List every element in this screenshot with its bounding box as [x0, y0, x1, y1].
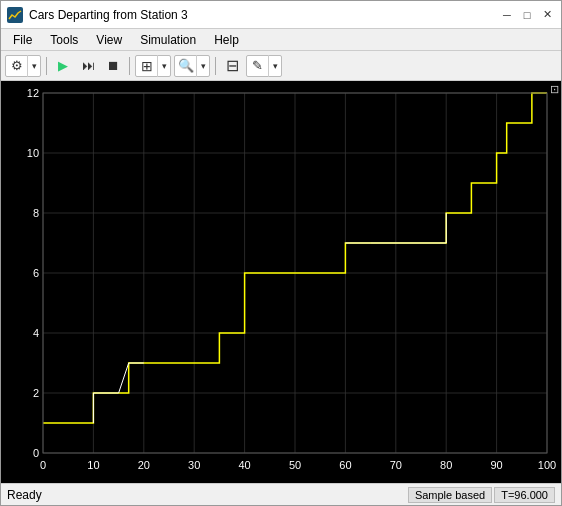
insert-group: ✎ ▾	[246, 55, 282, 77]
main-window: Cars Departing from Station 3 ─ □ ✕ File…	[0, 0, 562, 506]
expand-button[interactable]: ⊡	[550, 83, 559, 96]
step-button[interactable]: ⏭	[77, 55, 99, 77]
status-right: Sample based T=96.000	[408, 487, 555, 503]
insert-button[interactable]: ✎	[247, 55, 269, 77]
stop-button[interactable]: ⏹	[102, 55, 124, 77]
minimize-button[interactable]: ─	[499, 7, 515, 23]
chart-canvas	[1, 81, 561, 483]
layout-button[interactable]: ⊞	[136, 55, 158, 77]
separator-3	[215, 57, 216, 75]
settings-button[interactable]: ⚙	[6, 55, 28, 77]
separator-1	[46, 57, 47, 75]
insert-dropdown[interactable]: ▾	[269, 55, 281, 77]
menu-bar: File Tools View Simulation Help	[1, 29, 561, 51]
layout-group: ⊞ ▾	[135, 55, 171, 77]
zoom-button[interactable]: 🔍	[175, 55, 197, 77]
menu-help[interactable]: Help	[206, 31, 247, 49]
maximize-button[interactable]: □	[519, 7, 535, 23]
menu-view[interactable]: View	[88, 31, 130, 49]
zoom-group: 🔍 ▾	[174, 55, 210, 77]
app-icon	[7, 7, 23, 23]
time-badge: T=96.000	[494, 487, 555, 503]
settings-group: ⚙ ▾	[5, 55, 41, 77]
run-button[interactable]: ▶	[52, 55, 74, 77]
status-bar: Ready Sample based T=96.000	[1, 483, 561, 505]
axes-button[interactable]: ⊟	[221, 55, 243, 77]
settings-dropdown[interactable]: ▾	[28, 55, 40, 77]
toolbar: ⚙ ▾ ▶ ⏭ ⏹ ⊞ ▾ 🔍 ▾ ⊟ ✎ ▾	[1, 51, 561, 81]
separator-2	[129, 57, 130, 75]
zoom-dropdown[interactable]: ▾	[197, 55, 209, 77]
status-ready: Ready	[7, 488, 408, 502]
title-bar: Cars Departing from Station 3 ─ □ ✕	[1, 1, 561, 29]
title-controls: ─ □ ✕	[499, 7, 555, 23]
menu-simulation[interactable]: Simulation	[132, 31, 204, 49]
svg-rect-0	[7, 7, 23, 23]
close-button[interactable]: ✕	[539, 7, 555, 23]
window-title: Cars Departing from Station 3	[29, 8, 188, 22]
sample-based-badge: Sample based	[408, 487, 492, 503]
chart-area: ⊡	[1, 81, 561, 483]
menu-tools[interactable]: Tools	[42, 31, 86, 49]
layout-dropdown[interactable]: ▾	[158, 55, 170, 77]
menu-file[interactable]: File	[5, 31, 40, 49]
title-bar-left: Cars Departing from Station 3	[7, 7, 188, 23]
